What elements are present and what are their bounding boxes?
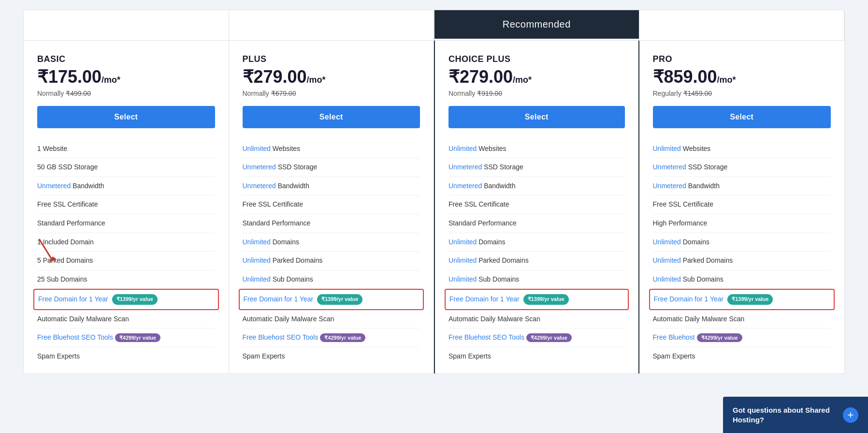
feature-domains: 1 Included Domain — [37, 233, 215, 252]
feature-performance: Standard Performance — [243, 214, 420, 233]
feature-ssl: Free SSL Certificate — [243, 195, 420, 214]
feature-subdomains: Unlimited Sub Domains — [653, 270, 831, 289]
feature-free-domain: Free Domain for 1 Year ₹1399/yr value — [445, 289, 629, 310]
feature-domains: Unlimited Domains — [243, 233, 420, 252]
feature-ssl: Free SSL Certificate — [37, 195, 215, 214]
empty-spacer-3 — [639, 10, 845, 40]
feature-free-domain: Free Domain for 1 Year ₹1399/yr value — [239, 289, 424, 310]
feature-malware: Automatic Daily Malware Scan — [37, 310, 215, 329]
recommended-label: Recommended — [503, 19, 571, 30]
feature-performance: Standard Performance — [448, 214, 625, 233]
feature-subdomains: Unlimited Sub Domains — [448, 270, 625, 289]
plan-choice-plus-normal: Normally ₹919.00 — [448, 90, 625, 97]
feature-websites: 1 Website — [37, 140, 215, 159]
feature-seo: Free Bluehost SEO Tools ₹4299/yr value — [37, 328, 215, 347]
feature-parked: 5 Parked Domains — [37, 252, 215, 270]
empty-spacer-2 — [229, 10, 434, 40]
feature-parked: Unlimited Parked Domains — [653, 252, 831, 270]
plan-plus: PLUS ₹279.00/mo* Normally ₹679.00 Select… — [229, 41, 434, 373]
select-pro-button[interactable]: Select — [653, 106, 831, 128]
plan-plus-price: ₹279.00/mo* — [243, 67, 420, 87]
select-plus-button[interactable]: Select — [243, 106, 420, 128]
feature-subdomains: 25 Sub Domains — [37, 270, 215, 289]
plan-pro: PRO ₹859.00/mo* Regularly ₹1459.00 Selec… — [639, 41, 845, 373]
feature-websites: Unlimited Websites — [243, 140, 420, 159]
feature-websites: Unlimited Websites — [448, 140, 625, 159]
feature-spam: Spam Experts — [448, 347, 625, 366]
plan-plus-header: PLUS ₹279.00/mo* Normally ₹679.00 Select — [229, 41, 434, 128]
feature-seo: Free Bluehost ₹4299/yr value — [653, 328, 831, 347]
svg-line-0 — [39, 239, 53, 261]
feature-domains: Unlimited Domains — [448, 233, 625, 252]
feature-spam: Spam Experts — [37, 347, 215, 366]
select-basic-button[interactable]: Select — [37, 106, 215, 128]
feature-spam: Spam Experts — [243, 347, 420, 366]
feature-websites: Unlimited Websites — [653, 140, 831, 159]
recommended-banner: Recommended — [434, 10, 639, 40]
feature-free-domain: Free Domain for 1 Year ₹1399/yr value — [649, 289, 835, 310]
feature-bandwidth: Unmetered Bandwidth — [653, 177, 831, 196]
plan-plus-name: PLUS — [243, 54, 420, 64]
chat-open-button[interactable]: + — [843, 407, 858, 423]
feature-bandwidth: Unmetered Bandwidth — [243, 177, 420, 196]
plan-basic-name: BASIC — [37, 54, 215, 64]
feature-ssl: Free SSL Certificate — [653, 195, 831, 214]
plan-pro-price: ₹859.00/mo* — [653, 67, 831, 87]
feature-malware: Automatic Daily Malware Scan — [243, 310, 420, 329]
feature-parked: Unlimited Parked Domains — [448, 252, 625, 270]
plans-grid: BASIC ₹175.00/mo* Normally ₹499.00 Selec… — [24, 40, 844, 373]
chat-widget-text: Got questions about Shared Hosting? — [733, 405, 839, 424]
plan-pro-features: Unlimited Websites Unmetered SSD Storage… — [639, 140, 845, 373]
plan-basic-normal: Normally ₹499.00 — [37, 90, 215, 97]
plan-pro-name: PRO — [653, 54, 831, 64]
feature-subdomains: Unlimited Sub Domains — [243, 270, 420, 289]
plan-choice-plus-header: CHOICE PLUS ₹279.00/mo* Normally ₹919.00… — [435, 41, 638, 128]
feature-storage: Unmetered SSD Storage — [653, 158, 831, 177]
plan-choice-plus-name: CHOICE PLUS — [448, 54, 625, 64]
plan-pro-normal: Regularly ₹1459.00 — [653, 90, 831, 97]
feature-seo: Free Bluehost SEO Tools ₹4299/yr value — [448, 328, 625, 347]
top-banner-row: Recommended — [24, 10, 844, 40]
feature-storage: Unmetered SSD Storage — [243, 158, 420, 177]
plan-choice-plus-price: ₹279.00/mo* — [448, 67, 625, 87]
plan-basic: BASIC ₹175.00/mo* Normally ₹499.00 Selec… — [24, 41, 229, 373]
plan-choice-plus: CHOICE PLUS ₹279.00/mo* Normally ₹919.00… — [434, 41, 639, 373]
chat-widget[interactable]: Got questions about Shared Hosting? + — [723, 397, 868, 433]
feature-parked: Unlimited Parked Domains — [243, 252, 420, 270]
feature-spam: Spam Experts — [653, 347, 831, 366]
select-choice-plus-button[interactable]: Select — [448, 106, 625, 128]
plan-basic-header: BASIC ₹175.00/mo* Normally ₹499.00 Selec… — [24, 41, 229, 128]
plan-choice-plus-features: Unlimited Websites Unmetered SSD Storage… — [435, 140, 638, 373]
feature-bandwidth: Unmetered Bandwidth — [448, 177, 625, 196]
plan-plus-features: Unlimited Websites Unmetered SSD Storage… — [229, 140, 434, 373]
feature-performance: High Performance — [653, 214, 831, 233]
feature-malware: Automatic Daily Malware Scan — [448, 310, 625, 329]
plan-pro-header: PRO ₹859.00/mo* Regularly ₹1459.00 Selec… — [639, 41, 845, 128]
feature-free-domain: Free Domain for 1 Year ₹1399/yr value — [33, 289, 219, 310]
plan-plus-normal: Normally ₹679.00 — [243, 90, 420, 97]
feature-seo: Free Bluehost SEO Tools ₹4299/yr value — [243, 328, 420, 347]
empty-spacer-1 — [24, 10, 229, 40]
plan-basic-price: ₹175.00/mo* — [37, 67, 215, 87]
feature-performance: Standard Performance — [37, 214, 215, 233]
feature-ssl: Free SSL Certificate — [448, 195, 625, 214]
feature-storage: 50 GB SSD Storage — [37, 158, 215, 177]
feature-storage: Unmetered SSD Storage — [448, 158, 625, 177]
arrow-indicator — [29, 234, 63, 268]
pricing-table: Recommended BASIC ₹175.00/mo* Normally ₹… — [23, 10, 845, 374]
feature-malware: Automatic Daily Malware Scan — [653, 310, 831, 329]
feature-domains: Unlimited Domains — [653, 233, 831, 252]
feature-bandwidth: Unmetered Bandwidth — [37, 177, 215, 196]
